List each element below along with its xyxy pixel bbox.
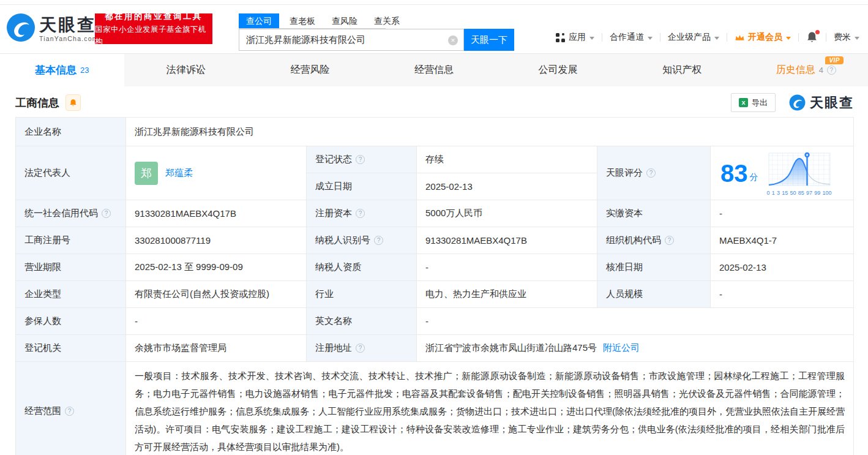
field-value: -: [711, 200, 854, 227]
search-row: ✕ 天眼一下: [239, 29, 514, 51]
section-actions: X 导出 天眼查: [731, 93, 854, 112]
search-input-wrap: ✕: [239, 29, 464, 51]
help-icon[interactable]: ?: [356, 344, 365, 353]
crown-icon: [735, 34, 745, 42]
tab-basic-info[interactable]: 基本信息 23: [0, 54, 124, 86]
field-label: 注册资本?: [307, 200, 417, 227]
field-label: 法定代表人: [16, 146, 126, 200]
nav-enterprise-products[interactable]: 企业级产品: [668, 32, 719, 43]
promo-line-2: 国家中小企业发展子基金旗下机构: [95, 23, 212, 48]
tab-legal-proceedings[interactable]: 法律诉讼: [124, 54, 249, 86]
search-tabs: 查公司 查老板 查风险 查关系: [239, 13, 386, 29]
help-icon[interactable]: ?: [356, 155, 365, 164]
help-icon[interactable]: ?: [102, 209, 111, 218]
brand-logo[interactable]: 天眼查 TianYanCha.com: [6, 13, 99, 45]
field-value: 余姚市市场监督管理局: [126, 335, 307, 362]
field-label: 经营范围?: [16, 362, 126, 455]
field-value: MAEBX4Q1-7: [711, 227, 854, 254]
tab-label: 法律诉讼: [166, 64, 206, 77]
nav-apps[interactable]: 应用: [556, 32, 594, 43]
table-row: 参保人数 - 英文名称 -: [16, 308, 854, 335]
search-tab-boss[interactable]: 查老板: [290, 13, 315, 28]
tab-label: 经营风险: [290, 64, 329, 77]
nav-vip-label: 开通会员: [748, 32, 782, 43]
score-value: 83: [720, 161, 748, 186]
nav-user[interactable]: 费米: [834, 32, 859, 43]
vip-badge: VIP: [825, 56, 844, 64]
divider: [826, 33, 826, 42]
field-value: 电力、热力生产和供应业: [417, 281, 597, 308]
help-icon[interactable]: ?: [827, 66, 836, 75]
table-row: 企业名称 浙江兆昇新能源科技有限公司: [16, 118, 854, 146]
tab-count: 4: [819, 66, 823, 75]
promo-line-1: 都在用的商业查询工具: [105, 10, 203, 23]
section-title: 工商信息: [15, 96, 59, 110]
divider: [660, 33, 660, 42]
divider: [798, 33, 799, 42]
export-label: 导出: [752, 97, 768, 108]
tab-intellectual-property[interactable]: 知识产权: [620, 54, 744, 86]
legal-rep-avatar[interactable]: 郑: [135, 162, 158, 185]
nav-open-vip[interactable]: 开通会员: [735, 32, 791, 43]
search-tab-risk[interactable]: 查风险: [332, 13, 357, 28]
watermark-logo: 天眼查: [789, 94, 854, 112]
search-tab-company[interactable]: 查公司: [239, 13, 279, 28]
tab-label: 知识产权: [662, 64, 702, 77]
section-head: 工商信息 X 导出 天眼查: [0, 86, 868, 117]
tab-label: 经营信息: [414, 64, 454, 77]
field-value: 330281000877119: [126, 227, 307, 254]
search-button[interactable]: 天眼一下: [464, 29, 514, 51]
help-icon[interactable]: ?: [356, 209, 365, 218]
nav-partner-label: 合作通道: [610, 32, 644, 43]
field-label: 组织机构代码?: [597, 227, 711, 254]
field-label: 核准日期: [597, 254, 711, 281]
field-value: 2025-02-13: [711, 254, 854, 281]
tab-operating-risk[interactable]: 经营风险: [248, 54, 372, 86]
nav-partner-channel[interactable]: 合作通道: [610, 32, 653, 43]
nav-username: 费米: [834, 32, 851, 43]
nearby-companies-link[interactable]: 附近公司: [603, 342, 640, 354]
monitor-bell-icon[interactable]: [65, 94, 81, 111]
tab-history-info[interactable]: VIP 历史信息 4 ?: [744, 54, 868, 86]
field-value: -: [417, 254, 597, 281]
field-label: 实缴资本: [597, 200, 711, 227]
help-icon[interactable]: ?: [665, 236, 674, 245]
page: 天眼查 TianYanCha.com 都在用的商业查询工具 国家中小企业发展子基…: [0, 0, 868, 455]
help-icon[interactable]: ?: [374, 236, 383, 245]
field-label: 营业期限: [16, 254, 126, 281]
field-label: 统一社会信用代码?: [16, 200, 126, 227]
brand-domain: TianYanCha.com: [39, 35, 99, 42]
tab-label: 基本信息: [35, 63, 77, 77]
export-button[interactable]: X 导出: [731, 93, 776, 112]
notification-dot: [815, 30, 820, 34]
watermark-text: 天眼查: [810, 94, 854, 112]
legal-rep-link[interactable]: 郑蕴柔: [165, 167, 193, 179]
brand-name: 天眼查: [39, 15, 99, 35]
field-label: 企业名称: [16, 118, 126, 146]
field-label: 人员规模: [597, 281, 711, 308]
tab-company-development[interactable]: 公司发展: [496, 54, 620, 86]
field-label: 参保人数: [16, 308, 126, 335]
help-icon[interactable]: ?: [646, 168, 656, 178]
excel-icon: X: [739, 98, 748, 107]
chevron-down-icon: [855, 37, 859, 40]
search-tab-relation[interactable]: 查关系: [374, 13, 400, 28]
field-label: 注册地址?: [307, 335, 417, 362]
help-icon[interactable]: ?: [65, 407, 74, 416]
table-row: 法定代表人 郑 郑蕴柔 登记状态? 存续 天眼评分? 83 分: [16, 146, 854, 173]
field-value: 91330281MAEBX4Q17B: [417, 227, 597, 254]
notification-bell-icon[interactable]: [806, 31, 818, 43]
clear-icon[interactable]: ✕: [448, 36, 458, 45]
site-header: 天眼查 TianYanCha.com 都在用的商业查询工具 国家中小企业发展子基…: [0, 5, 868, 53]
field-label: 成立日期: [307, 173, 417, 200]
search-input[interactable]: [239, 29, 441, 50]
nav-enterprise-label: 企业级产品: [668, 32, 711, 43]
chevron-down-icon: [648, 37, 653, 40]
score-cell: 83 分: [711, 146, 854, 200]
score-axis: 0131550859799100: [767, 190, 832, 196]
legal-rep-cell: 郑 郑蕴柔: [126, 146, 307, 200]
address-value: 浙江省宁波市余姚市凤山街道冶山路475号: [425, 342, 597, 354]
tab-label: 公司发展: [539, 64, 578, 77]
tab-operating-info[interactable]: 经营信息: [372, 54, 496, 86]
tab-label: 历史信息: [776, 64, 815, 77]
